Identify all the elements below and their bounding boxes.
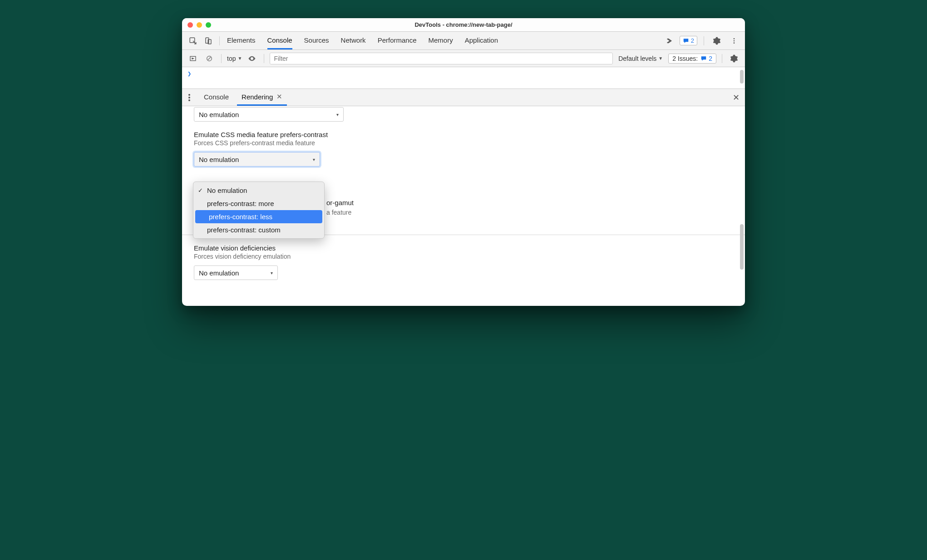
drawer-tab-label: Console [204, 93, 229, 101]
drawer-tab-console[interactable]: Console [199, 89, 233, 106]
caret-icon: ▼ [237, 56, 242, 61]
rendering-panel: No emulation ▾ Emulate CSS media feature… [182, 106, 745, 306]
select-value: No emulation [199, 156, 239, 163]
messages-badge[interactable]: 2 [680, 36, 697, 45]
top-emulation-select[interactable]: No emulation ▾ [194, 107, 344, 122]
context-value: top [227, 55, 236, 62]
tab-elements[interactable]: Elements [227, 32, 256, 49]
devtools-window: DevTools - chrome://new-tab-page/ Elemen… [182, 18, 745, 306]
close-window-button[interactable] [187, 22, 193, 28]
traffic-lights [187, 22, 211, 28]
scrollbar-thumb[interactable] [740, 70, 744, 84]
zoom-window-button[interactable] [206, 22, 211, 28]
prefers-contrast-select[interactable]: No emulation ▾ [194, 152, 320, 167]
prefers-contrast-dropdown: ✓ No emulation prefers-contrast: more pr… [193, 182, 325, 239]
console-prompt-icon: ❯ [187, 70, 191, 77]
option-contrast-custom[interactable]: prefers-contrast: custom [193, 223, 324, 236]
tab-application[interactable]: Application [465, 32, 498, 49]
color-gamut-desc-partial: a feature [326, 209, 351, 216]
option-no-emulation[interactable]: ✓ No emulation [193, 184, 324, 197]
option-contrast-less[interactable]: prefers-contrast: less [195, 210, 322, 223]
log-level-value: Default levels [618, 55, 656, 62]
option-label: No emulation [207, 187, 247, 194]
console-body[interactable]: ❯ [182, 67, 745, 89]
svg-point-10 [188, 99, 190, 101]
clear-console-icon[interactable] [203, 52, 216, 65]
drawer-tab-label: Rendering [242, 93, 273, 101]
live-expression-icon[interactable] [246, 52, 258, 65]
tab-sources[interactable]: Sources [304, 32, 329, 49]
caret-icon: ▾ [313, 157, 315, 162]
messages-count: 2 [691, 37, 694, 44]
prefers-contrast-desc: Forces CSS prefers-contrast media featur… [194, 139, 733, 147]
filter-input[interactable] [270, 53, 613, 64]
caret-icon: ▼ [658, 56, 663, 61]
window-title: DevTools - chrome://new-tab-page/ [182, 21, 745, 28]
inspect-icon[interactable] [187, 34, 199, 47]
close-drawer-icon[interactable]: ✕ [733, 89, 740, 106]
divider [221, 54, 222, 63]
caret-icon: ▾ [271, 270, 273, 275]
tab-performance[interactable]: Performance [378, 32, 417, 49]
color-gamut-title-partial: or-gamut [326, 199, 354, 206]
device-toolbar-icon[interactable] [202, 34, 215, 47]
option-label: prefers-contrast: custom [207, 226, 281, 234]
select-value: No emulation [199, 111, 239, 118]
tab-console[interactable]: Console [267, 32, 292, 49]
divider [722, 54, 722, 63]
drawer-more-icon[interactable] [186, 94, 196, 101]
svg-point-5 [734, 42, 735, 44]
prefers-contrast-title: Emulate CSS media feature prefers-contra… [194, 131, 733, 138]
console-settings-icon[interactable] [728, 52, 740, 65]
titlebar: DevTools - chrome://new-tab-page/ [182, 18, 745, 32]
vision-deficiencies-select[interactable]: No emulation ▾ [194, 265, 278, 280]
caret-icon: ▾ [336, 112, 339, 117]
divider [704, 36, 704, 45]
vision-deficiencies-desc: Forces vision deficiency emulation [194, 253, 733, 260]
svg-point-9 [188, 97, 190, 98]
issues-label: 2 Issues: [672, 55, 698, 62]
drawer-tabrow: Console Rendering ✕ ✕ [182, 89, 745, 106]
issues-pill[interactable]: 2 Issues: 2 [668, 54, 716, 64]
vision-deficiencies-title: Emulate vision deficiencies [194, 244, 733, 252]
option-label: prefers-contrast: less [209, 213, 272, 221]
svg-point-4 [734, 40, 735, 41]
tab-memory[interactable]: Memory [429, 32, 453, 49]
select-value: No emulation [199, 269, 239, 277]
minimize-window-button[interactable] [197, 22, 202, 28]
issues-count: 2 [709, 55, 712, 62]
svg-point-3 [734, 38, 735, 39]
option-contrast-more[interactable]: prefers-contrast: more [193, 197, 324, 210]
check-icon: ✓ [198, 187, 203, 194]
drawer-tab-rendering[interactable]: Rendering ✕ [237, 89, 287, 106]
divider [219, 36, 220, 45]
main-tab-row: Elements Console Sources Network Perform… [182, 32, 745, 50]
option-label: prefers-contrast: more [207, 200, 274, 207]
context-select[interactable]: top ▼ [227, 55, 242, 62]
settings-icon[interactable] [710, 34, 723, 47]
console-toolbar: top ▼ Default levels ▼ 2 Issues: 2 [182, 50, 745, 67]
close-tab-icon[interactable]: ✕ [276, 93, 282, 101]
show-console-sidebar-icon[interactable] [187, 52, 199, 65]
log-level-select[interactable]: Default levels ▼ [616, 55, 665, 62]
divider [264, 54, 264, 63]
panel-scrollbar-thumb[interactable] [740, 224, 744, 270]
more-tabs-icon[interactable] [662, 34, 675, 47]
tab-network[interactable]: Network [341, 32, 366, 49]
svg-point-8 [188, 94, 190, 96]
kebab-menu-icon[interactable] [728, 34, 740, 47]
